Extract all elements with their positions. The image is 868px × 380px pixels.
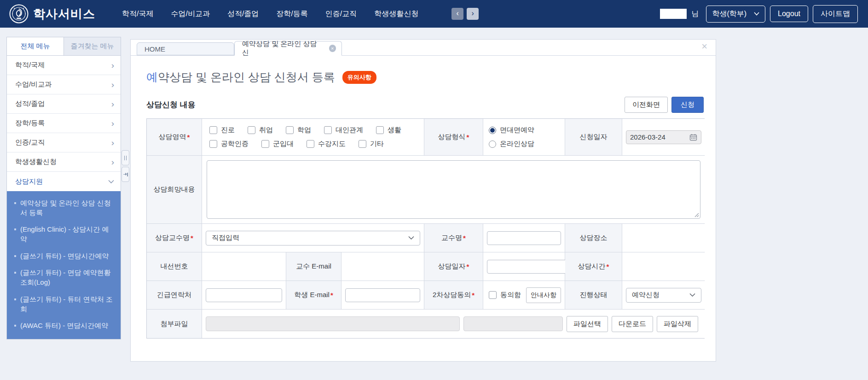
bullet-icon xyxy=(14,202,16,204)
sidebar-collapse-handles xyxy=(122,150,129,182)
nav-item-seongjeok[interactable]: 성적/졸업 xyxy=(227,9,259,19)
checkbox-course-guidance[interactable]: 수강지도 xyxy=(307,140,346,148)
emergency-contact-input[interactable] xyxy=(206,288,282,302)
main-panel: HOME 예약상담 및 온라인 상담 신 × × 예약상담 및 온라인 상담 신… xyxy=(130,39,716,362)
required-mark: * xyxy=(467,263,469,270)
student-email-input[interactable] xyxy=(345,288,420,302)
nav-scroll-arrows: ‹ › xyxy=(451,8,479,20)
attachment-filename-field xyxy=(206,316,460,331)
sidebar-tab-favorites[interactable]: 즐겨찾는 메뉴 xyxy=(64,37,121,55)
sitemap-button[interactable]: 사이트맵 xyxy=(813,5,858,23)
submenu-item-english-clinic[interactable]: (English Clinic) - 상담시간 예약 xyxy=(7,221,121,247)
apply-date-label: 신청일자 xyxy=(565,119,622,155)
file-download-button[interactable]: 다운로드 xyxy=(612,316,653,332)
previous-screen-button[interactable]: 이전화면 xyxy=(625,97,668,113)
submenu-item-reservation-register[interactable]: 예약상담 및 온라인 상담 신청서 등록 xyxy=(7,195,121,221)
tab-reservation-active[interactable]: 예약상담 및 온라인 상담 신 × xyxy=(234,41,342,56)
chevron-right-icon: › xyxy=(472,10,474,17)
logo[interactable]: 학사서비스 xyxy=(9,4,95,23)
checkbox-icon xyxy=(261,140,269,148)
checkbox-academic[interactable]: 학업 xyxy=(286,126,311,134)
sidebar-item-hakjeok[interactable]: 학적/국제› xyxy=(7,56,121,75)
radio-online[interactable]: 온라인상담 xyxy=(489,140,534,148)
chevron-down-icon xyxy=(408,236,414,240)
submenu-item-writing-tutor-contact[interactable]: (글쓰기 튜터) - 튜터 연락처 조회 xyxy=(7,291,121,317)
sidebar-item-janghak[interactable]: 장학/등록› xyxy=(7,114,121,133)
nav-item-sueop[interactable]: 수업/비교과 xyxy=(171,9,209,19)
checkbox-life[interactable]: 생활 xyxy=(376,126,401,134)
chevron-right-icon: › xyxy=(111,158,114,166)
checkbox-icon xyxy=(324,126,332,134)
nav-item-saenghwal[interactable]: 학생생활신청 xyxy=(374,9,418,19)
checkbox-icon xyxy=(209,140,217,148)
professor-select-dropdown[interactable]: 직접입력 xyxy=(206,231,420,246)
resize-grip-icon[interactable] xyxy=(694,212,699,217)
second-consent-label: 2차상담동의* xyxy=(424,281,483,309)
section-actions: 이전화면 신청 xyxy=(625,97,704,113)
chevron-down-icon xyxy=(754,12,759,16)
chevron-down-icon xyxy=(689,293,695,297)
counsel-date-label: 상담일자* xyxy=(424,252,483,281)
user-suffix: 님 xyxy=(691,9,699,19)
counsel-type-label: 상담형식* xyxy=(424,119,483,155)
sidebar-pin-button[interactable] xyxy=(122,150,129,165)
collapse-arrow-icon xyxy=(123,172,128,177)
checkbox-icon xyxy=(286,126,294,134)
attachment-filesize-field xyxy=(463,316,563,331)
nav-prev-button[interactable]: ‹ xyxy=(451,8,463,20)
tab-close-icon[interactable]: × xyxy=(329,45,336,52)
checkbox-engineering-cert[interactable]: 공학인증 xyxy=(209,140,249,148)
checkbox-career[interactable]: 진로 xyxy=(209,126,235,134)
required-mark: * xyxy=(472,291,475,299)
nav-item-hakjeok[interactable]: 학적/국제 xyxy=(122,9,153,19)
professor-select-label: 상담교수명* xyxy=(147,224,202,252)
radio-face-to-face[interactable]: 면대면예약 xyxy=(489,126,534,134)
sidebar-tab-all-menu[interactable]: 전체 메뉴 xyxy=(7,37,64,55)
tab-home[interactable]: HOME xyxy=(137,42,234,55)
checkbox-icon xyxy=(209,126,217,134)
nav-item-janghak[interactable]: 장학/등록 xyxy=(276,9,307,19)
checkbox-etc[interactable]: 기타 xyxy=(359,140,384,148)
checkbox-icon xyxy=(376,126,384,134)
professor-name-label: 교수명* xyxy=(424,224,483,252)
progress-status-dropdown[interactable]: 예약신청 xyxy=(626,288,701,303)
notice-badge[interactable]: 유의사항 xyxy=(342,71,376,84)
bullet-icon xyxy=(14,298,16,300)
sidebar-item-saenghwal[interactable]: 학생생활신청› xyxy=(7,152,121,172)
professor-name-input[interactable] xyxy=(487,231,561,245)
file-select-button[interactable]: 파일선택 xyxy=(567,316,608,332)
file-delete-button[interactable]: 파일삭제 xyxy=(657,316,698,332)
counsel-content-textarea[interactable] xyxy=(207,160,700,219)
consent-checkbox[interactable]: 동의함 xyxy=(489,291,521,299)
content-tabstrip: HOME 예약상담 및 온라인 상담 신 × × xyxy=(131,40,716,56)
radio-icon xyxy=(489,140,496,148)
extension-label: 내선번호 xyxy=(147,252,202,281)
submenu-item-writing-tutor-reserve[interactable]: (글쓰기 튜터) - 면담시간예약 xyxy=(7,248,121,265)
counsel-area-label: 상담영역* xyxy=(147,119,202,155)
sidebar-tabs: 전체 메뉴 즐겨찾는 메뉴 xyxy=(7,37,121,56)
radio-selected-icon xyxy=(489,127,496,134)
apply-date-field[interactable]: 2026-03-24 xyxy=(626,130,701,144)
nav-next-button[interactable]: › xyxy=(467,8,479,20)
submenu-item-awac-tutor[interactable]: (AWAC 튜터) - 면담시간예약 xyxy=(7,317,121,334)
consent-info-button[interactable]: 안내사항 xyxy=(526,287,561,303)
sidebar-item-injeung[interactable]: 인증/교직› xyxy=(7,133,121,152)
submenu-item-writing-tutor-log[interactable]: (글쓰기 튜터) - 면담 예약현황 조회(Log) xyxy=(7,264,121,291)
checkbox-relationship[interactable]: 대인관계 xyxy=(324,126,363,134)
sidebar-item-sueop[interactable]: 수업/비교과› xyxy=(7,75,121,94)
bullet-icon xyxy=(14,228,16,230)
top-header: 학사서비스 학적/국제 수업/비교과 성적/졸업 장학/등록 인증/교직 학생생… xyxy=(0,0,868,28)
checkbox-military[interactable]: 군입대 xyxy=(261,140,294,148)
logout-button[interactable]: Logout xyxy=(770,6,808,22)
apply-button[interactable]: 신청 xyxy=(671,97,704,113)
role-select[interactable]: 학생(학부) xyxy=(706,6,765,23)
sidebar-item-counseling-expanded[interactable]: 상담지원 xyxy=(7,172,121,191)
nav-item-injeung[interactable]: 인증/교직 xyxy=(325,9,357,19)
counsel-area-checkbox-group: 진로 취업 학업 대인관계 생활 공학인증 군입대 수강지도 기타 xyxy=(202,126,424,148)
chevron-left-icon: ‹ xyxy=(457,10,459,17)
sidebar-collapse-button[interactable] xyxy=(122,167,129,182)
sidebar-item-seongjeok[interactable]: 성적/졸업› xyxy=(7,94,121,114)
panel-close-icon[interactable]: × xyxy=(701,41,707,53)
section-title: 상담신청 내용 xyxy=(146,99,196,110)
checkbox-employment[interactable]: 취업 xyxy=(248,126,273,134)
